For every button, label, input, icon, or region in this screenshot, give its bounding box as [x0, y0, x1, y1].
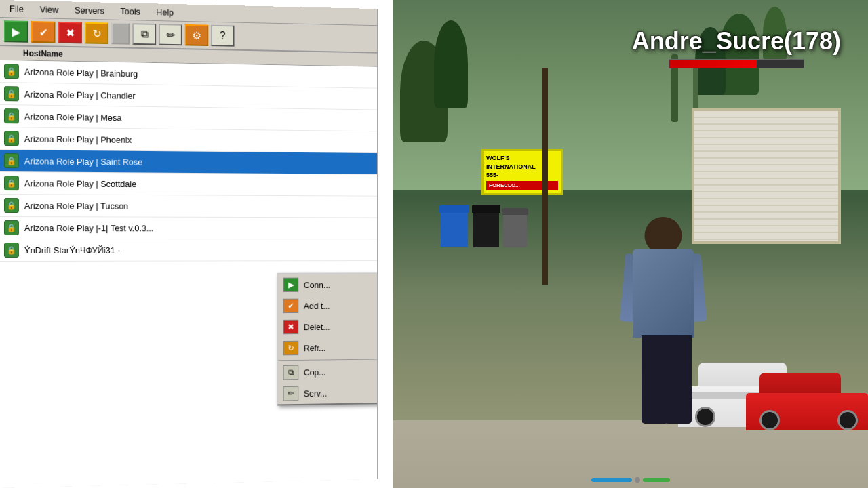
hud-armor-mini — [643, 478, 670, 482]
character-leg-right — [665, 336, 692, 424]
server-row[interactable]: 🔒 Arizona Role Play |-1| Test v.0.3... — [0, 217, 377, 239]
connect-icon: ▶ — [283, 278, 299, 292]
server-name: ÝnDrift StarÝnЧФУЙi31 - — [24, 245, 374, 255]
lock-icon: 🔒 — [4, 64, 19, 79]
lock-icon: 🔒 — [4, 108, 19, 123]
server-row[interactable]: 🔒 Arizona Role Play | Phoenix — [0, 127, 377, 153]
lock-icon: 🔒 — [4, 198, 19, 213]
server-name: Arizona Role Play | Chandler — [24, 89, 374, 104]
context-refresh[interactable]: ↻ Refr... — [278, 337, 377, 359]
edit-button[interactable]: ✏ — [159, 24, 182, 45]
delete-icon: ✖ — [283, 320, 299, 335]
connect-button[interactable]: ▶ — [4, 20, 28, 43]
menu-help[interactable]: Help — [153, 6, 176, 18]
health-bar-container — [669, 59, 804, 68]
trash-bin-black — [473, 210, 499, 247]
server-list[interactable]: 🔒 Arizona Role Play | Brainburg 🔒 Arizon… — [0, 60, 377, 488]
lock-icon: 🔒 — [4, 220, 19, 235]
refresh-icon: ↻ — [283, 341, 299, 356]
server-name: Arizona Role Play | Brainburg — [24, 66, 374, 82]
server-info-icon: ✏ — [283, 386, 299, 401]
context-add-label: Add t... — [304, 300, 372, 310]
context-connect[interactable]: ▶ Conn... — [278, 274, 377, 296]
context-delete[interactable]: ✖ Delet... — [278, 316, 377, 338]
player-character — [609, 217, 717, 434]
context-server-info[interactable]: ✏ Serv... — [278, 382, 377, 404]
realtor-sign: WOLF'SINTERNATIONAL555- FORECLO... — [481, 149, 563, 195]
refresh-button[interactable]: ↻ — [85, 22, 108, 44]
lock-icon: 🔒 — [4, 86, 19, 101]
help-button[interactable]: ? — [211, 25, 234, 47]
lock-column-header — [4, 48, 23, 58]
server-name: Arizona Role Play | Phoenix — [24, 134, 374, 147]
context-add-favorite[interactable]: ✔ Add t... — [278, 295, 377, 317]
trash-bin-gray — [503, 214, 527, 247]
hud-dot — [635, 477, 640, 483]
character-head — [645, 217, 682, 254]
server-row-selected[interactable]: 🔒 Arizona Role Play | Saint Rose — [0, 150, 377, 175]
context-menu: ▶ Conn... ✔ Add t... ✖ Delet... ↻ Refr..… — [277, 272, 377, 405]
server-browser-panel: File View Servers Tools Help ▶ ✔ ✖ ↻ ⧉ ✏… — [0, 0, 378, 488]
lock-icon: 🔒 — [4, 176, 19, 190]
context-connect-label: Conn... — [304, 280, 372, 290]
hud-health-mini — [591, 478, 632, 482]
red-car — [746, 376, 868, 430]
add-favorite-button[interactable]: ✔ — [31, 21, 56, 43]
server-name: Arizona Role Play |-1| Test v.0.3... — [24, 223, 374, 234]
server-name: Arizona Role Play | Tucson — [24, 201, 374, 212]
player-nametag: Andre_Sucre(178) — [632, 27, 841, 68]
context-serverinfo-label: Serv... — [304, 388, 372, 399]
separator-button — [111, 23, 130, 45]
copy-icon: ⧉ — [283, 365, 299, 380]
server-name: Arizona Role Play | Mesa — [24, 111, 374, 125]
context-delete-label: Delet... — [304, 321, 372, 331]
context-refresh-label: Refr... — [304, 342, 372, 353]
trash-bin-blue — [441, 210, 468, 247]
game-panel: WOLF'SINTERNATIONAL555- FORECLO... Andre… — [393, 0, 868, 488]
delete-button[interactable]: ✖ — [58, 22, 81, 44]
add-favorite-icon: ✔ — [283, 299, 299, 314]
context-copy-label: Cop... — [304, 367, 372, 378]
hud-bottom — [591, 477, 670, 483]
health-bar — [669, 60, 757, 68]
server-name: Arizona Role Play | Scottdale — [24, 178, 374, 190]
copy-button[interactable]: ⧉ — [132, 23, 156, 45]
menu-file[interactable]: File — [7, 3, 26, 15]
menu-servers[interactable]: Servers — [72, 4, 107, 16]
lock-icon: 🔒 — [4, 153, 19, 168]
menu-view[interactable]: View — [37, 3, 62, 16]
menu-tools[interactable]: Tools — [117, 5, 142, 18]
server-row[interactable]: 🔒 ÝnDrift StarÝnЧФУЙi31 - — [0, 239, 377, 262]
lock-icon: 🔒 — [4, 131, 19, 146]
server-name: Arizona Role Play | Saint Rose — [24, 156, 374, 169]
character-torso — [633, 249, 694, 338]
plugin-button[interactable]: ⚙ — [185, 24, 209, 46]
player-name: Andre_Sucre(178) — [632, 27, 841, 56]
utility-pole — [542, 68, 548, 285]
server-row[interactable]: 🔒 Arizona Role Play | Tucson — [0, 195, 377, 218]
server-row[interactable]: 🔒 Arizona Role Play | Scottdale — [0, 172, 377, 197]
lock-icon: 🔒 — [4, 243, 19, 258]
context-copy[interactable]: ⧉ Cop... — [278, 361, 377, 383]
